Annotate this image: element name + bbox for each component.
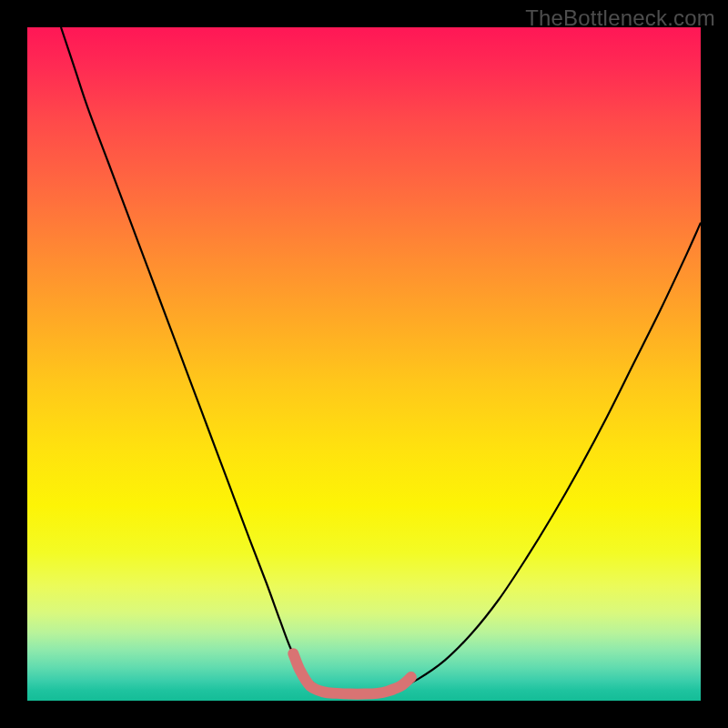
watermark-text: TheBottleneck.com	[525, 5, 715, 31]
chart-frame: TheBottleneck.com	[0, 0, 728, 728]
chart-curves-svg	[27, 27, 701, 701]
curve-black	[61, 27, 701, 694]
marker-pink	[293, 653, 411, 693]
